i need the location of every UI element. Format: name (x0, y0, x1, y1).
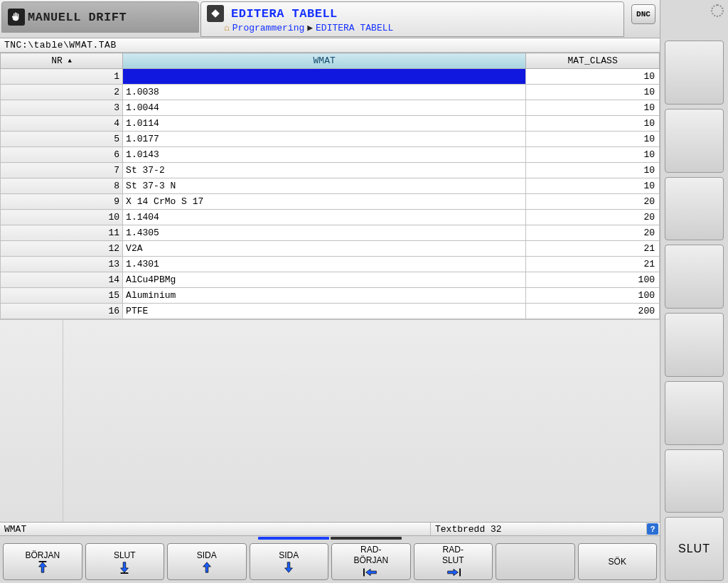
softkey-page-up[interactable]: SIDA (167, 543, 247, 580)
softkey-page-1[interactable] (258, 537, 329, 540)
table-row[interactable]: 110 (1, 69, 660, 85)
help-icon[interactable]: ? (647, 523, 658, 535)
cell-wmat[interactable]: 1.0114 (123, 116, 526, 132)
cell-matclass[interactable]: 20 (526, 210, 660, 225)
home-icon: ⌂ (224, 23, 230, 33)
softkey-line-end[interactable]: RAD- SLUT (414, 543, 493, 580)
mode-tab-edit-table[interactable]: EDITERA TABELL ⌂ Programmering ▶ EDITERA… (200, 1, 624, 37)
cell-wmat[interactable]: PTFE (123, 304, 526, 319)
cell-wmat[interactable]: AlCu4PBMg (123, 272, 526, 288)
table-row[interactable]: 12V2A21 (1, 241, 660, 257)
table-row[interactable]: 31.004410 (1, 100, 660, 116)
cell-nr[interactable]: 3 (1, 100, 123, 116)
table-row[interactable]: 101.140420 (1, 210, 660, 225)
table-row[interactable]: 16PTFE200 (1, 304, 660, 319)
cell-wmat[interactable]: X 14 CrMo S 17 (123, 194, 526, 210)
softkey-page-2[interactable] (331, 537, 402, 540)
cell-matclass[interactable]: 10 (526, 69, 660, 85)
vsoftkey-3[interactable] (665, 177, 724, 241)
cell-wmat[interactable]: 1.0177 (123, 132, 526, 147)
vsoftkey-2[interactable] (665, 109, 724, 173)
cell-matclass[interactable]: 100 (526, 288, 660, 304)
cell-wmat[interactable]: St 37-2 (123, 163, 526, 178)
vsoftkey-4[interactable] (665, 245, 724, 309)
table-row[interactable]: 9X 14 CrMo S 1720 (1, 194, 660, 210)
table-editor: NR ▲ WMAT MAT_CLASS 11021.00381031.00441… (0, 53, 660, 522)
table-row[interactable]: 61.014310 (1, 147, 660, 163)
table-row[interactable]: 14AlCu4PBMg100 (1, 272, 660, 288)
cell-nr[interactable]: 10 (1, 210, 123, 225)
cell-nr[interactable]: 5 (1, 132, 123, 147)
breadcrumb-leaf: EDITERA TABELL (316, 23, 393, 33)
cell-nr[interactable]: 14 (1, 272, 123, 288)
cell-matclass[interactable]: 200 (526, 304, 660, 319)
svg-rect-1 (121, 572, 129, 574)
cell-matclass[interactable]: 100 (526, 272, 660, 288)
mode-tab-manual[interactable]: MANUELL DRIFT (1, 1, 199, 33)
table-row[interactable]: 131.430121 (1, 257, 660, 272)
cell-nr[interactable]: 1 (1, 69, 123, 85)
table-row[interactable]: 21.003810 (1, 85, 660, 100)
table-row[interactable]: 111.430520 (1, 225, 660, 241)
cell-wmat[interactable]: V2A (123, 241, 526, 257)
table-row[interactable]: 8St 37-3 N10 (1, 178, 660, 194)
cell-wmat[interactable]: 1.0038 (123, 85, 526, 100)
softkey-page-down[interactable]: SIDA (250, 543, 329, 580)
cell-wmat[interactable]: 1.0044 (123, 100, 526, 116)
cell-matclass[interactable]: 10 (526, 132, 660, 147)
softkey-line-start[interactable]: RAD- BÖRJAN (331, 543, 411, 580)
softkey-search[interactable]: SÖK (578, 543, 658, 580)
cell-matclass[interactable]: 10 (526, 163, 660, 178)
vsoftkey-end[interactable]: SLUT (665, 517, 724, 581)
softkey-beginning[interactable]: BÖRJAN (3, 543, 82, 580)
cell-matclass[interactable]: 21 (526, 241, 660, 257)
vsoftkey-6[interactable] (665, 381, 724, 445)
cell-nr[interactable]: 12 (1, 241, 123, 257)
dnc-button[interactable]: DNC (631, 4, 655, 24)
status-textwidth: Textbredd 32 (431, 523, 647, 535)
cell-nr[interactable]: 16 (1, 304, 123, 319)
cell-nr[interactable]: 6 (1, 147, 123, 163)
cell-nr[interactable]: 4 (1, 116, 123, 132)
breadcrumb: ⌂ Programmering ▶ EDITERA TABELL (224, 22, 393, 33)
col-header-matclass[interactable]: MAT_CLASS (526, 53, 660, 69)
cell-wmat[interactable]: 1.0143 (123, 147, 526, 163)
vsoftkey-5[interactable] (665, 313, 724, 377)
cell-matclass[interactable]: 10 (526, 116, 660, 132)
table-row[interactable]: 7St 37-210 (1, 163, 660, 178)
cell-nr[interactable]: 8 (1, 178, 123, 194)
table-row[interactable]: 15Aluminium100 (1, 288, 660, 304)
cell-matclass[interactable]: 10 (526, 85, 660, 100)
svg-rect-3 (459, 569, 461, 577)
cell-wmat[interactable] (123, 69, 526, 85)
cell-wmat[interactable]: 1.4301 (123, 257, 526, 272)
material-table[interactable]: NR ▲ WMAT MAT_CLASS 11021.00381031.00441… (0, 53, 660, 319)
cell-wmat[interactable]: 1.4305 (123, 225, 526, 241)
col-header-wmat[interactable]: WMAT (123, 53, 526, 69)
status-field: WMAT (0, 523, 431, 535)
cell-nr[interactable]: 2 (1, 85, 123, 100)
cell-wmat[interactable]: Aluminium (123, 288, 526, 304)
cell-nr[interactable]: 15 (1, 288, 123, 304)
cell-nr[interactable]: 9 (1, 194, 123, 210)
col-header-nr[interactable]: NR ▲ (1, 53, 123, 69)
cell-matclass[interactable]: 10 (526, 178, 660, 194)
cell-nr[interactable]: 11 (1, 225, 123, 241)
cell-matclass[interactable]: 20 (526, 225, 660, 241)
softkey-end[interactable]: SLUT (85, 543, 165, 580)
cell-nr[interactable]: 13 (1, 257, 123, 272)
cell-nr[interactable]: 7 (1, 163, 123, 178)
vsoftkey-7[interactable] (665, 449, 724, 513)
file-path: TNC:\table\WMAT.TAB (0, 38, 660, 53)
busy-indicator-icon (711, 4, 724, 17)
cell-matclass[interactable]: 10 (526, 147, 660, 163)
table-row[interactable]: 41.011410 (1, 116, 660, 132)
cell-matclass[interactable]: 10 (526, 100, 660, 116)
table-row[interactable]: 51.017710 (1, 132, 660, 147)
cell-wmat[interactable]: St 37-3 N (123, 178, 526, 194)
cell-wmat[interactable]: 1.1404 (123, 210, 526, 225)
cell-matclass[interactable]: 21 (526, 257, 660, 272)
softkey-empty (496, 543, 575, 580)
vsoftkey-1[interactable] (665, 41, 724, 105)
cell-matclass[interactable]: 20 (526, 194, 660, 210)
